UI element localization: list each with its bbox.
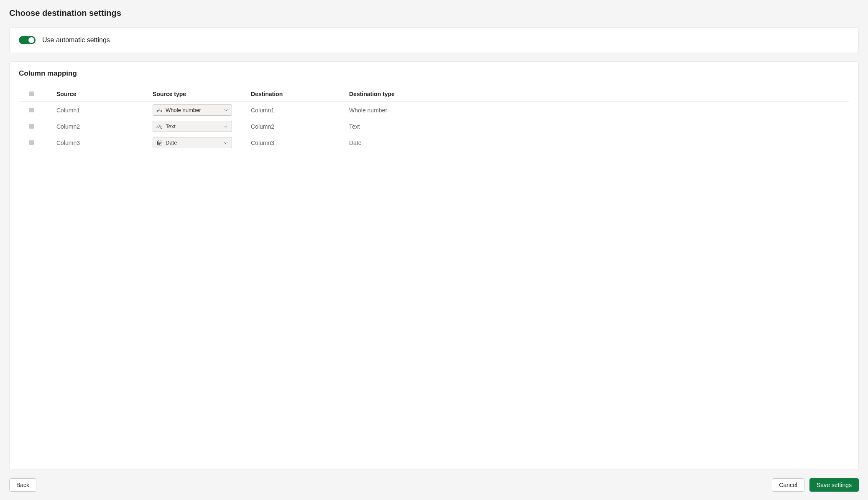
destination-type: Text bbox=[349, 123, 849, 130]
destination-name: Column1 bbox=[251, 107, 349, 114]
svg-text:C: C bbox=[160, 126, 162, 129]
row-checkbox[interactable] bbox=[29, 140, 34, 145]
destination-type: Whole number bbox=[349, 107, 849, 114]
destination-type: Date bbox=[349, 140, 849, 146]
source-type-select[interactable]: 123 Whole number bbox=[153, 104, 232, 116]
automatic-settings-card: Use automatic settings bbox=[9, 27, 859, 53]
svg-point-13 bbox=[158, 144, 159, 144]
source-name: Column3 bbox=[56, 140, 153, 146]
select-all-checkbox[interactable] bbox=[29, 91, 34, 96]
footer-bar: Back Cancel Save settings bbox=[9, 478, 859, 492]
table-row: Column2 ABC Text Column2 Text bbox=[19, 118, 849, 135]
source-name: Column2 bbox=[56, 123, 153, 130]
header-source: Source bbox=[56, 91, 153, 97]
svg-text:3: 3 bbox=[160, 109, 162, 113]
automatic-settings-label: Use automatic settings bbox=[42, 36, 110, 44]
svg-point-10 bbox=[158, 143, 159, 143]
number-type-icon: 123 bbox=[156, 107, 163, 114]
column-mapping-table: Source Source type Destination Destinati… bbox=[19, 87, 849, 151]
destination-name: Column3 bbox=[251, 140, 349, 146]
table-row: Column1 123 Whole number Column1 Whole n… bbox=[19, 102, 849, 118]
text-type-icon: ABC bbox=[156, 123, 163, 130]
table-row: Column3 bbox=[19, 135, 849, 151]
source-name: Column1 bbox=[56, 107, 153, 114]
source-type-value: Date bbox=[166, 140, 221, 146]
source-type-select[interactable]: Date bbox=[153, 137, 232, 148]
chevron-down-icon bbox=[223, 124, 228, 129]
source-type-value: Text bbox=[166, 123, 221, 129]
svg-point-12 bbox=[161, 143, 161, 143]
svg-point-14 bbox=[159, 144, 160, 144]
column-mapping-title: Column mapping bbox=[19, 69, 849, 78]
save-settings-button[interactable]: Save settings bbox=[809, 478, 859, 492]
table-header-row: Source Source type Destination Destinati… bbox=[19, 87, 849, 102]
header-destination: Destination bbox=[251, 91, 349, 97]
column-mapping-card: Column mapping Source Source type Destin… bbox=[9, 61, 859, 470]
svg-point-11 bbox=[159, 143, 160, 143]
page-title: Choose destination settings bbox=[9, 8, 859, 18]
date-type-icon bbox=[156, 140, 163, 146]
source-type-select[interactable]: ABC Text bbox=[153, 121, 232, 132]
svg-text:2: 2 bbox=[158, 108, 160, 111]
chevron-down-icon bbox=[223, 140, 228, 145]
row-checkbox[interactable] bbox=[29, 108, 34, 112]
source-type-value: Whole number bbox=[166, 107, 221, 113]
destination-name: Column2 bbox=[251, 123, 349, 130]
back-button[interactable]: Back bbox=[9, 478, 36, 492]
chevron-down-icon bbox=[223, 108, 228, 113]
header-source-type: Source type bbox=[153, 91, 251, 97]
automatic-settings-toggle[interactable] bbox=[19, 36, 36, 44]
cancel-button[interactable]: Cancel bbox=[772, 478, 804, 492]
header-destination-type: Destination type bbox=[349, 91, 849, 97]
row-checkbox[interactable] bbox=[29, 124, 34, 129]
